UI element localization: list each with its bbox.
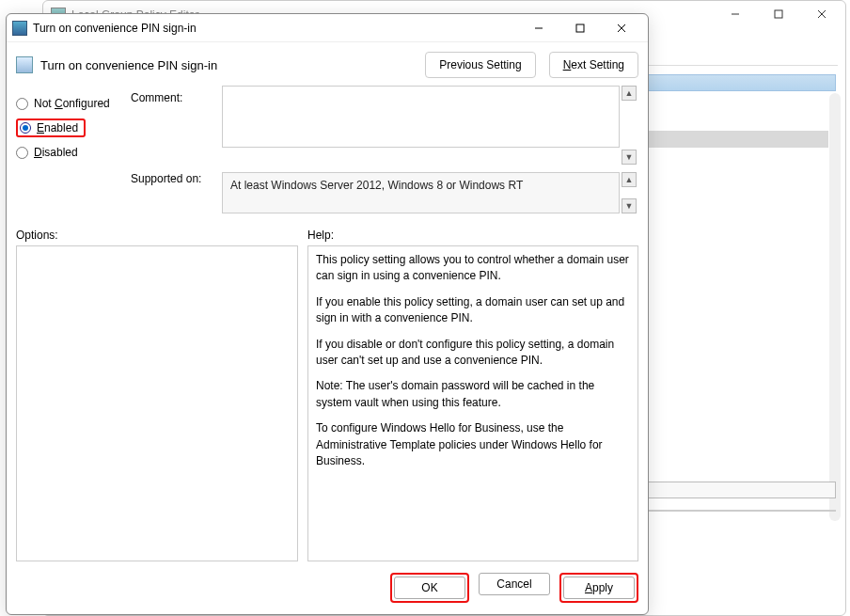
help-paragraph: To configure Windows Hello for Business,… [316,420,630,469]
parent-minimize-button[interactable] [714,1,757,27]
dialog-subtitle: Turn on convenience PIN sign-in [40,58,412,72]
dialog-upper-grid: Not Configured Enabled Disabled Comment:… [7,80,648,165]
policy-dialog: Turn on convenience PIN sign-in Turn on … [6,13,649,615]
comment-scroll: ▲ ▼ [622,86,638,165]
options-label: Options: [16,229,307,242]
parent-close-button[interactable] [800,1,843,27]
state-radio-group: Not Configured Enabled Disabled [16,86,129,165]
section-labels: Options: Help: [7,219,648,245]
help-label: Help: [307,229,638,242]
supported-scroll-up[interactable]: ▲ [622,172,637,187]
dialog-subheader: Turn on convenience PIN sign-in Previous… [7,42,648,80]
dialog-footer: OK Cancel Apply [7,561,648,614]
parent-scrollbar[interactable] [829,93,841,521]
dialog-minimize-button[interactable] [518,15,559,41]
dialog-title: Turn on convenience PIN sign-in [33,22,518,35]
dialog-close-button[interactable] [601,15,642,41]
parent-maximize-button[interactable] [757,1,800,27]
help-paragraph: If you enable this policy setting, a dom… [316,294,630,327]
svg-rect-5 [576,24,584,32]
comment-scroll-up[interactable]: ▲ [622,86,637,101]
svg-rect-1 [775,10,782,18]
supported-row: Supported on: At least Windows Server 20… [7,165,648,219]
ok-button[interactable]: OK [394,577,465,599]
supported-scroll-down[interactable]: ▼ [622,198,637,213]
comment-label: Comment: [131,86,220,165]
comment-scroll-down[interactable]: ▼ [622,150,637,165]
help-paragraph: If you disable or don't configure this p… [316,337,630,370]
help-panel: This policy setting allows you to contro… [307,245,638,561]
previous-setting-button[interactable]: Previous Setting [425,52,535,78]
radio-not-configured[interactable]: Not Configured [16,91,129,116]
policy-sub-icon [16,56,33,73]
apply-button[interactable]: Apply [563,577,635,599]
supported-on-text: At least Windows Server 2012, Windows 8 … [222,172,620,213]
ok-highlight: OK [390,573,469,603]
dialog-window-controls [518,15,642,41]
dialog-titlebar: Turn on convenience PIN sign-in [7,14,648,42]
cancel-button[interactable]: Cancel [479,573,550,595]
radio-enabled[interactable]: Enabled [16,116,129,140]
comment-textarea[interactable] [222,86,620,148]
supported-on-label: Supported on: [131,172,220,213]
apply-highlight: Apply [559,573,638,603]
radio-disabled[interactable]: Disabled [16,140,129,165]
parent-window-controls [714,1,843,27]
dialog-maximize-button[interactable] [559,15,601,41]
dialog-lower-grid: This policy setting allows you to contro… [7,245,648,561]
next-setting-button[interactable]: Next Setting [549,52,638,78]
options-panel[interactable] [16,245,298,561]
help-paragraph: This policy setting allows you to contro… [316,252,630,285]
help-paragraph: Note: The user's domain password will be… [316,378,630,411]
policy-icon [12,21,27,36]
